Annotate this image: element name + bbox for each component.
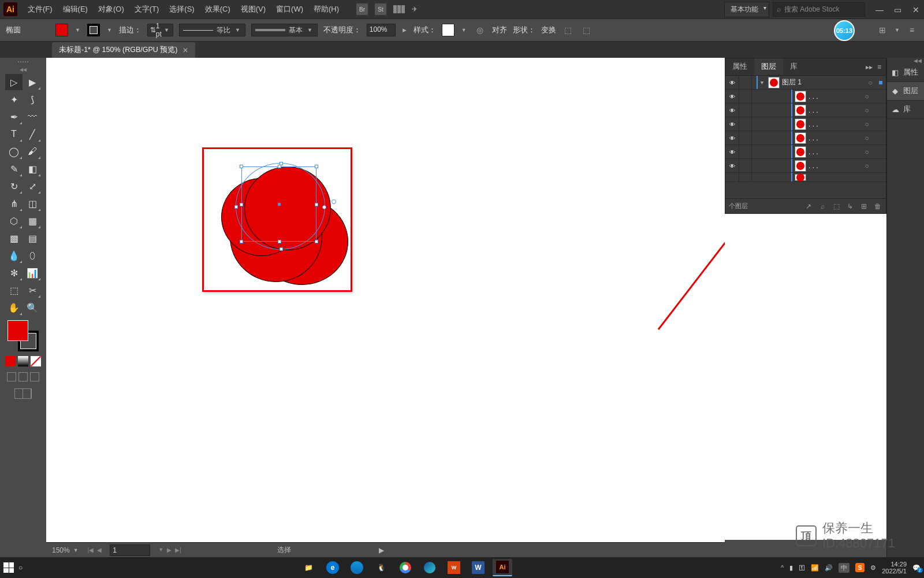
tab-libraries[interactable]: 库 [783, 58, 804, 75]
collapsed-properties[interactable]: ◧属性 [887, 64, 924, 82]
fill-swatch[interactable] [55, 24, 68, 36]
shape-builder-tool[interactable]: ⬡ [5, 213, 23, 229]
artboard-input[interactable]: 1 [110, 544, 150, 556]
stroke-dropdown-icon[interactable]: ▼ [106, 27, 113, 33]
pen-tool[interactable]: ✒ [5, 109, 23, 125]
magic-wand-tool[interactable]: ✦ [5, 91, 23, 108]
variable-width-select[interactable]: 等比▼ [179, 24, 245, 36]
artboard-nav[interactable]: |◀◀ [87, 546, 103, 554]
collapsed-libraries[interactable]: ☁库 [887, 101, 924, 119]
direct-selection-tool[interactable]: ▶ [24, 74, 41, 90]
stock-search-input[interactable]: ⌕ 搜索 Adobe Stock [773, 2, 865, 17]
explorer-app-icon[interactable]: 📁 [299, 559, 318, 576]
line-tool[interactable]: ╱ [24, 126, 41, 142]
sublayer-row[interactable] [725, 173, 886, 182]
target-icon[interactable]: ○ [862, 79, 879, 87]
settings-icon[interactable]: ⚙ [870, 564, 876, 572]
menu-view[interactable]: 视图(V) [236, 2, 270, 17]
fill-color-icon[interactable] [8, 320, 28, 341]
eraser-tool[interactable]: ◧ [24, 161, 41, 177]
delete-layer-icon[interactable]: 🗑 [873, 202, 882, 210]
style-swatch[interactable] [442, 24, 454, 36]
zoom-tool[interactable]: 🔍 [24, 299, 41, 316]
pref-icon[interactable]: ⊞ [876, 24, 889, 36]
bridge-icon[interactable]: Br [356, 3, 368, 15]
panel-menu-icon[interactable]: ≡ [877, 63, 881, 71]
color-mode-none[interactable] [31, 356, 41, 366]
style-dropdown-icon[interactable]: ▼ [460, 27, 468, 33]
menu-select[interactable]: 选择(S) [165, 2, 199, 17]
curvature-tool[interactable]: 〰 [24, 109, 41, 125]
mesh-tool[interactable]: ▩ [5, 230, 23, 246]
edge-app-icon[interactable] [420, 559, 439, 576]
color-mode-solid[interactable] [5, 356, 16, 366]
layer-row-parent[interactable]: ▾ 图层 1 ○ [725, 76, 886, 90]
gradient-tool[interactable]: ▤ [24, 230, 41, 246]
sublayer-row[interactable]: . . .○ [725, 159, 886, 173]
maximize-button[interactable]: ▭ [894, 5, 902, 13]
target-icon[interactable]: ○ [858, 92, 875, 101]
artboard-tool[interactable]: ⬚ [5, 282, 23, 298]
selection-indicator[interactable] [879, 81, 882, 84]
sublayer-name[interactable]: . . . [808, 106, 858, 114]
target-icon[interactable]: ○ [858, 120, 875, 128]
network-icon[interactable]: 📶 [811, 564, 819, 572]
artboard-nav-fwd[interactable]: ▼▶▶| [157, 546, 182, 554]
menu-effect[interactable]: 效果(C) [200, 2, 235, 17]
fill-stroke-control[interactable] [8, 320, 39, 351]
expand-layer-icon[interactable]: ▾ [758, 79, 766, 86]
sublayer-row[interactable]: . . .○ [725, 131, 886, 145]
recolor-icon[interactable]: ◎ [474, 24, 486, 36]
new-layer-icon[interactable]: ⊞ [859, 202, 869, 210]
opacity-arrow-icon[interactable]: ▶ [401, 27, 408, 33]
sublayer-row[interactable]: . . .○ [725, 90, 886, 103]
panel-handle-icon[interactable] [3, 61, 43, 66]
taskbar-clock[interactable]: 14:29 2022/5/1 [882, 561, 907, 575]
ime-indicator[interactable]: 中 [839, 563, 850, 573]
notifications-icon[interactable]: 💬2 [912, 564, 921, 572]
locate-object-icon[interactable]: ↗ [804, 202, 813, 210]
hand-tool[interactable]: ✋ [5, 299, 23, 316]
isolate-icon[interactable]: ⬚ [562, 24, 575, 36]
workspace-selector[interactable]: 基本功能 [724, 2, 769, 17]
menu-object[interactable]: 对象(O) [94, 2, 129, 17]
edge-legacy-app-icon[interactable]: e [323, 559, 342, 576]
arrange-documents-icon[interactable] [393, 5, 405, 13]
target-icon[interactable]: ○ [858, 134, 875, 142]
sublayer-row[interactable]: . . .○ [725, 103, 886, 117]
screen-mode-icon[interactable] [14, 388, 32, 399]
target-icon[interactable]: ○ [858, 162, 875, 170]
sublayer-name[interactable]: . . . [808, 92, 858, 101]
sublayer-name[interactable]: . . . [808, 120, 858, 128]
make-clip-icon[interactable]: ⬚ [832, 202, 841, 210]
canvas-viewport[interactable] [46, 58, 725, 557]
visibility-toggle-icon[interactable] [729, 92, 735, 101]
collapse-icon[interactable]: ◀◀ [20, 67, 27, 72]
perspective-tool[interactable]: ▦ [24, 213, 41, 229]
free-transform-tool[interactable]: ◫ [24, 195, 41, 212]
search-layer-icon[interactable]: ⌕ [818, 202, 827, 210]
sublayer-name[interactable]: . . . [808, 162, 858, 170]
opacity-input[interactable]: 100% [367, 24, 396, 36]
brush-select[interactable]: 基本▼ [251, 24, 318, 36]
qq-app-icon[interactable] [347, 559, 367, 576]
menu-help[interactable]: 帮助(H) [309, 2, 344, 17]
paintbrush-tool[interactable]: 🖌 [24, 143, 41, 160]
collapsed-layers[interactable]: ◆图层 [887, 82, 924, 101]
draw-behind-icon[interactable] [18, 372, 28, 381]
sublayer-row[interactable]: . . .○ [725, 117, 886, 131]
new-sublayer-icon[interactable]: ↳ [845, 202, 855, 210]
wps-app-icon[interactable]: W [444, 559, 464, 576]
layer-list[interactable]: ▾ 图层 1 ○ . . .○ . . .○ . . .○ . . .○ . .… [725, 76, 886, 198]
chrome-app-icon[interactable] [396, 559, 415, 576]
start-button[interactable] [3, 562, 14, 573]
sublayer-name[interactable]: . . . [808, 148, 858, 156]
lock-toggle[interactable] [739, 76, 752, 89]
lasso-tool[interactable]: ⟆ [24, 91, 41, 108]
panel-menu-icon[interactable]: ≡ [906, 24, 918, 36]
menu-type[interactable]: 文字(T) [130, 2, 164, 17]
menu-edit[interactable]: 编辑(E) [58, 2, 92, 17]
scale-tool[interactable]: ⤢ [24, 178, 41, 194]
fill-dropdown-icon[interactable]: ▼ [74, 27, 81, 33]
align-label[interactable]: 对齐 [492, 25, 507, 35]
